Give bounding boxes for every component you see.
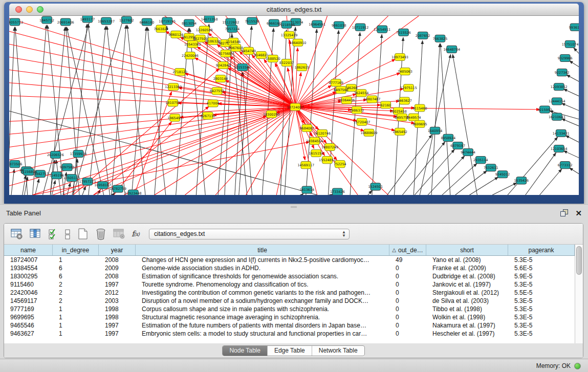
- tab-network-table[interactable]: Network Table: [312, 346, 364, 356]
- graph-node[interactable]: 993612: [569, 24, 579, 31]
- graph-node[interactable]: 6879197: [450, 142, 465, 149]
- float-panel-icon[interactable]: [560, 209, 568, 216]
- graph-node[interactable]: 15751074: [562, 40, 579, 48]
- table-row[interactable]: 946362711997Embryonic stem cells: a mode…: [4, 330, 575, 338]
- graph-node[interactable]: 12260588: [196, 26, 213, 33]
- graph-node[interactable]: 9242848: [216, 62, 231, 69]
- graph-node[interactable]: 1862615: [295, 64, 310, 71]
- graph-node[interactable]: 15524851: [319, 157, 336, 164]
- graph-node[interactable]: 9097588: [60, 164, 75, 171]
- graph-node[interactable]: 12213363: [165, 83, 182, 91]
- graph-node[interactable]: 6466160: [140, 18, 155, 26]
- column-header-in-degree[interactable]: in_degree: [53, 245, 99, 255]
- network-window-titlebar[interactable]: citations_edges.txt: [9, 4, 579, 16]
- function-builder-icon[interactable]: f(x): [132, 227, 139, 241]
- column-header-short[interactable]: short: [426, 245, 508, 255]
- graph-node[interactable]: 1524501: [368, 183, 383, 190]
- graph-node[interactable]: 9699695: [412, 120, 427, 127]
- graph-node[interactable]: 7957224: [225, 25, 240, 32]
- graph-node[interactable]: 9245012: [495, 171, 510, 178]
- column-header-out-degree[interactable]: △out_de…: [389, 245, 426, 255]
- graph-node[interactable]: 10653287: [98, 17, 115, 25]
- delete-column-icon[interactable]: [95, 227, 107, 241]
- graph-node[interactable]: 9175685: [219, 50, 233, 57]
- new-column-icon[interactable]: [77, 227, 89, 241]
- table-row[interactable]: 1938455462009Genome-wide association stu…: [4, 264, 575, 272]
- table-selector-dropdown[interactable]: citations_edges.txt ▲▼: [149, 229, 350, 239]
- network-canvas[interactable]: 1405571218457122069140614931771065328715…: [9, 16, 579, 195]
- graph-node[interactable]: 752254: [334, 161, 346, 168]
- graph-node[interactable]: 1493177: [80, 16, 95, 23]
- graph-node[interactable]: 16648784: [443, 46, 460, 53]
- graph-node[interactable]: 9329966: [558, 54, 573, 61]
- graph-node[interactable]: 7615526: [245, 17, 259, 25]
- graph-node[interactable]: 7632611: [484, 164, 498, 171]
- graph-node[interactable]: 8427552: [210, 87, 225, 95]
- table-row[interactable]: 911546021997Tourette syndrome. Phenomeno…: [4, 280, 575, 289]
- graph-node[interactable]: 14671358: [201, 16, 218, 23]
- graph-node[interactable]: 1527602: [119, 16, 134, 24]
- graph-node[interactable]: 417004: [207, 100, 220, 107]
- graph-node[interactable]: 1873506: [9, 161, 22, 168]
- graph-node[interactable]: 8813054: [182, 19, 197, 27]
- graph-node[interactable]: 8267130: [201, 112, 215, 119]
- table-row[interactable]: 969969511998Structural magnetic resonanc…: [4, 313, 575, 321]
- table-row[interactable]: 1456911722003Disruption of a novel membe…: [4, 297, 575, 305]
- graph-node[interactable]: 14133431: [553, 129, 570, 137]
- graph-node[interactable]: 1413614: [299, 186, 314, 193]
- graph-node[interactable]: 1615152: [309, 149, 323, 157]
- table-vertical-scrollbar[interactable]: [575, 245, 583, 343]
- graph-node[interactable]: 10688609: [361, 129, 378, 136]
- graph-node[interactable]: 10711912: [352, 24, 369, 31]
- graph-node[interactable]: 20364436: [338, 97, 355, 104]
- graph-node[interactable]: 1733426: [330, 188, 345, 195]
- column-header-pagerank[interactable]: pagerank: [508, 245, 575, 255]
- graph-node[interactable]: 1845712: [39, 16, 54, 24]
- clear-selection-icon[interactable]: [64, 227, 71, 241]
- graph-node[interactable]: 1635426: [514, 177, 529, 184]
- graph-node[interactable]: 12923448: [125, 190, 142, 195]
- graph-node[interactable]: 18640910: [290, 39, 307, 46]
- graph-node[interactable]: 22420046: [182, 52, 199, 59]
- table-row[interactable]: 1830029562008Estimation of significance …: [4, 272, 575, 280]
- graph-node[interactable]: 16120746: [314, 129, 331, 137]
- graph-node[interactable]: 2935114: [473, 157, 488, 164]
- graph-node[interactable]: 7485063: [398, 68, 412, 75]
- table-row[interactable]: 1872400712008Changes of HCN gene express…: [4, 256, 575, 264]
- graph-node[interactable]: 62160: [380, 101, 391, 108]
- graph-node[interactable]: 16964591: [309, 20, 325, 28]
- graph-node[interactable]: 10719195: [159, 17, 176, 25]
- graph-node[interactable]: 9777169: [329, 79, 343, 86]
- graph-node[interactable]: 6773312: [558, 162, 573, 169]
- tab-node-table[interactable]: Node Table: [223, 346, 267, 356]
- close-panel-icon[interactable]: ✕: [575, 209, 582, 217]
- table-row[interactable]: 2242004622012Investigating the contribut…: [4, 289, 575, 297]
- table-row[interactable]: 977716911998Corpus callosum shape and si…: [4, 305, 575, 313]
- graph-node[interactable]: 8322037: [279, 59, 294, 66]
- table-settings-icon[interactable]: [10, 227, 24, 241]
- graph-node[interactable]: 1640954: [428, 127, 443, 134]
- graph-node[interactable]: 12975115: [400, 84, 417, 92]
- graph-node[interactable]: 1588520: [266, 55, 280, 62]
- graph-node[interactable]: 9463627: [397, 97, 412, 104]
- graph-node[interactable]: 9684067: [299, 124, 314, 132]
- tab-edge-table[interactable]: Edge Table: [267, 346, 312, 356]
- graph-node[interactable]: 7515526: [396, 29, 411, 36]
- graph-node[interactable]: 14569117: [297, 162, 314, 169]
- graph-node[interactable]: 7663822: [154, 25, 169, 32]
- graph-node[interactable]: 15122602: [222, 18, 239, 26]
- graph-node[interactable]: 9474444: [461, 148, 475, 156]
- graph-node[interactable]: 1965492: [393, 128, 407, 135]
- graph-node[interactable]: 1810755: [165, 99, 180, 106]
- select-all-icon[interactable]: [48, 227, 58, 241]
- graph-node[interactable]: 1145194: [49, 172, 64, 179]
- graph-node[interactable]: 2803144: [213, 75, 228, 82]
- column-header-title[interactable]: title: [136, 245, 389, 255]
- graph-node[interactable]: 7986372: [350, 106, 364, 114]
- graph-node[interactable]: 19384554: [306, 137, 323, 144]
- graph-node[interactable]: 7663825: [433, 35, 448, 42]
- graph-node[interactable]: 1965493: [167, 114, 182, 121]
- column-header-year[interactable]: year: [99, 245, 136, 255]
- graph-node[interactable]: 8958924: [441, 134, 455, 141]
- graph-node[interactable]: 9115460: [412, 104, 427, 112]
